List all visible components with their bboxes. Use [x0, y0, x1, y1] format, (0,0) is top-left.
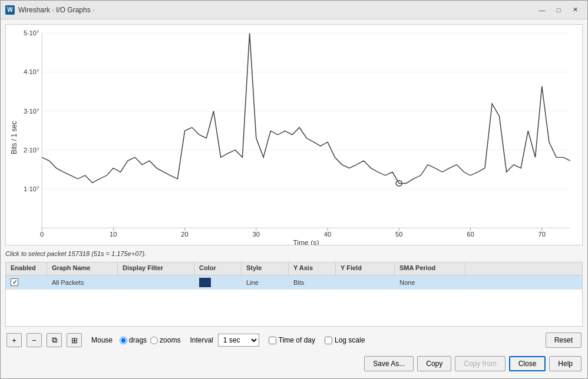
copy-button[interactable]: Copy: [417, 356, 451, 371]
drags-label: drags: [129, 336, 147, 344]
status-bar: Click to select packet 157318 (51s = 1.1…: [5, 249, 583, 258]
svg-text:Time (s): Time (s): [293, 238, 319, 245]
add-graph-button[interactable]: +: [6, 333, 22, 347]
cell-display-filter: [118, 275, 194, 289]
zooms-label: zooms: [160, 336, 180, 344]
mouse-mode-group: drags zooms: [120, 336, 180, 344]
log-scale-label[interactable]: Log scale: [325, 336, 365, 344]
color-swatch[interactable]: [199, 278, 211, 287]
col-color: Color: [194, 262, 242, 275]
svg-text:1·10⁷: 1·10⁷: [24, 185, 39, 192]
zooms-radio-label[interactable]: zooms: [150, 336, 180, 344]
svg-text:50: 50: [395, 231, 402, 238]
table-header: Enabled Graph Name Display Filter Color …: [6, 262, 582, 275]
svg-text:3·10⁷: 3·10⁷: [24, 108, 39, 115]
reset-button[interactable]: Reset: [546, 333, 582, 348]
svg-rect-0: [6, 25, 582, 245]
io-graph-chart[interactable]: Bits / 1 sec 1·10⁷ 2·10⁷ 3·10⁷ 4·10⁷: [6, 25, 582, 245]
time-of-day-checkbox[interactable]: [269, 337, 276, 344]
svg-text:4·10⁷: 4·10⁷: [24, 69, 39, 76]
bottom-toolbar: + − ⧉ ⊞ Mouse drags zooms Interval 1 ms …: [5, 330, 583, 350]
copy-graph-button[interactable]: ⧉: [47, 333, 62, 347]
mouse-label: Mouse: [91, 336, 113, 344]
copy-from-button[interactable]: Copy from: [455, 356, 505, 371]
col-y-field: Y Field: [336, 262, 395, 275]
cell-y-field: [336, 275, 395, 289]
col-display-filter: Display Filter: [118, 262, 194, 275]
drags-radio-label[interactable]: drags: [120, 336, 147, 344]
time-of-day-label[interactable]: Time of day: [269, 336, 315, 344]
clear-graph-button[interactable]: ⊞: [67, 333, 82, 347]
cell-style: Line: [242, 275, 289, 289]
cell-y-axis: Bits: [289, 275, 336, 289]
interval-select[interactable]: 1 ms 10 ms 100 ms 1 sec 10 sec 1 min: [218, 334, 259, 347]
cell-color[interactable]: [194, 275, 242, 289]
close-button[interactable]: Close: [509, 356, 546, 371]
time-of-day-group: Time of day: [269, 336, 315, 344]
svg-text:Bits / 1 sec: Bits / 1 sec: [10, 121, 18, 154]
col-y-axis: Y Axis: [289, 262, 336, 275]
svg-text:40: 40: [324, 231, 331, 238]
chart-area[interactable]: Bits / 1 sec 1·10⁷ 2·10⁷ 3·10⁷ 4·10⁷: [5, 24, 583, 245]
app-icon: W: [5, 5, 15, 15]
svg-text:2·10⁷: 2·10⁷: [24, 147, 39, 154]
col-sma-period: SMA Period: [395, 262, 465, 275]
svg-text:0: 0: [40, 231, 44, 238]
cell-enabled[interactable]: [6, 275, 47, 289]
enabled-checkbox[interactable]: [11, 278, 18, 286]
col-graph-name: Graph Name: [47, 262, 118, 275]
main-window: W Wireshark · I/O Graphs · — □ ✕ Bits / …: [0, 0, 588, 379]
minimize-button[interactable]: —: [534, 4, 550, 16]
interval-label: Interval: [190, 336, 213, 344]
cell-sma-period: None: [395, 275, 465, 289]
table-row[interactable]: All Packets Line Bits None: [6, 275, 582, 290]
maximize-button[interactable]: □: [551, 4, 566, 16]
close-window-button[interactable]: ✕: [567, 4, 583, 16]
drags-radio[interactable]: [120, 337, 127, 344]
titlebar: W Wireshark · I/O Graphs · — □ ✕: [1, 1, 587, 19]
cell-graph-name: All Packets: [47, 275, 118, 289]
log-scale-checkbox[interactable]: [325, 337, 332, 344]
col-enabled: Enabled: [6, 262, 47, 275]
remove-graph-button[interactable]: −: [27, 333, 42, 347]
svg-text:70: 70: [539, 231, 546, 238]
window-title: Wireshark · I/O Graphs ·: [18, 6, 534, 14]
svg-text:20: 20: [181, 231, 188, 238]
bottom-actions: Save As... Copy Copy from Close Help: [5, 354, 583, 374]
zooms-radio[interactable]: [150, 337, 158, 344]
help-button[interactable]: Help: [549, 356, 582, 371]
svg-text:60: 60: [467, 231, 474, 238]
graph-table: Enabled Graph Name Display Filter Color …: [5, 262, 583, 327]
log-scale-group: Log scale: [325, 336, 365, 344]
main-content: Bits / 1 sec 1·10⁷ 2·10⁷ 3·10⁷ 4·10⁷: [1, 19, 587, 378]
log-scale-text: Log scale: [335, 336, 365, 344]
save-as-button[interactable]: Save As...: [364, 356, 414, 371]
app-icon-letter: W: [7, 6, 12, 13]
time-of-day-text: Time of day: [279, 336, 315, 344]
svg-text:10: 10: [110, 231, 117, 238]
svg-text:5·10⁷: 5·10⁷: [24, 30, 39, 37]
window-controls: — □ ✕: [534, 4, 583, 16]
svg-text:30: 30: [253, 231, 260, 238]
col-style: Style: [242, 262, 289, 275]
